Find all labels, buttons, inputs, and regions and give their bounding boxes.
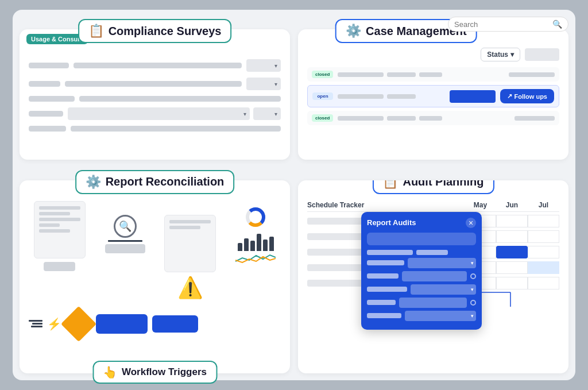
comp-bar: [71, 126, 281, 132]
flow-rect-2: [152, 315, 198, 333]
popup-dropdown[interactable]: [402, 271, 467, 281]
doc-line: [39, 206, 80, 210]
compliance-surveys-panel: Usage & Consum 📋 Compliance Surveys ▾ ▾: [20, 29, 290, 160]
month-jun: Jun: [496, 201, 528, 209]
search-icon: 🔍: [552, 20, 562, 29]
popup-dropdown[interactable]: ▾: [405, 311, 476, 321]
search-magnifier-icon: 🔍: [114, 215, 137, 238]
flow-rect-1: [96, 314, 148, 334]
month-jul: Jul: [528, 201, 559, 209]
search-input[interactable]: [454, 20, 552, 29]
compliance-rows: ▾ ▾ ▾ ▾: [29, 59, 281, 132]
popup-bar: [367, 273, 399, 279]
popup-connector-line: [479, 284, 513, 312]
sch-cell-light: [528, 261, 559, 274]
sch-cell: [528, 277, 559, 289]
comp-dropdown[interactable]: ▾: [246, 78, 281, 90]
case-filter-bar: [525, 48, 559, 61]
comp-row-2: ▾: [29, 78, 281, 90]
schedule-header: Schedule Tracker May Jun Jul: [307, 201, 559, 212]
status-label: Status: [487, 51, 508, 59]
follow-ups-label: Follow ups: [514, 93, 547, 100]
flow-line: [31, 326, 42, 327]
case-bar: [419, 116, 442, 121]
doc-line: [39, 212, 70, 215]
case-bar-right: [509, 72, 555, 77]
line-chart: [235, 253, 276, 264]
schedule-tracker-label: Schedule Tracker: [307, 201, 465, 209]
report-reconciliation-badge: ⚙️ Report Reconciliation: [75, 170, 235, 194]
popup-bar: [367, 260, 404, 265]
popup-row-3: [367, 271, 476, 281]
flow-line: [32, 323, 42, 325]
bar-chart: [238, 231, 274, 251]
popup-dropdown[interactable]: [399, 298, 467, 308]
doc-line: [169, 226, 200, 229]
popup-radio[interactable]: [470, 273, 476, 279]
case-dark-bar: [450, 90, 496, 103]
doc-line: [39, 218, 80, 221]
popup-close-button[interactable]: ×: [466, 218, 476, 228]
flow-lines: [29, 320, 42, 327]
popup-dropdown[interactable]: ▾: [411, 284, 476, 295]
doc-line: [39, 223, 60, 227]
doc-card-2: [164, 215, 216, 272]
case-bar-right: [514, 116, 555, 121]
status-filter[interactable]: Status ▾: [481, 48, 520, 61]
report-recon-icon: ⚙️: [86, 175, 101, 190]
compliance-surveys-title: Compliance Surveys: [109, 25, 222, 38]
bar: [244, 238, 249, 251]
comp-dropdown[interactable]: ▾: [68, 107, 250, 120]
comp-dropdown-sm[interactable]: ▾: [253, 107, 281, 120]
flow-line: [29, 320, 42, 322]
workflow-triggers-badge: 👆 Workflow Triggers: [92, 361, 217, 384]
comp-bar: [74, 63, 242, 68]
case-row-1: closed: [307, 67, 559, 82]
case-bar: [419, 72, 442, 77]
report-audits-title: Report Audits: [367, 218, 416, 227]
case-bar: [387, 116, 416, 121]
case-row-2: open ↗ Follow ups: [307, 85, 559, 107]
case-tag-2: open: [312, 92, 333, 100]
comp-bar: [29, 96, 75, 102]
sch-cell: [528, 246, 559, 258]
comp-dropdown[interactable]: ▾: [246, 59, 281, 72]
comp-bar: [29, 81, 60, 87]
report-audits-popup: Report Audits × ▾ ▾: [361, 212, 482, 330]
popup-row-2: ▾: [367, 258, 476, 268]
recon-content: 🔍 ⚠️: [29, 201, 281, 337]
sch-cell: [528, 215, 559, 227]
case-bars-2: [338, 94, 445, 99]
comp-bar: [29, 63, 69, 68]
docs-row: 🔍 ⚠️: [29, 201, 281, 300]
sch-cell: [496, 230, 528, 243]
main-container: 🔍 Usage & Consum 📋 Compliance Surveys ▾ …: [13, 10, 575, 380]
popup-radio[interactable]: [470, 300, 476, 306]
case-bar: [387, 72, 416, 77]
sch-cell-filled: [496, 246, 528, 258]
popup-bar: [416, 250, 448, 255]
popup-search-bar[interactable]: [367, 233, 476, 245]
comp-row-4: ▾ ▾: [29, 107, 281, 120]
popup-bar: [367, 313, 401, 318]
doc-line: [39, 229, 70, 233]
search-bar[interactable]: 🔍: [448, 17, 568, 32]
month-may: May: [465, 201, 496, 209]
case-bars-3: [338, 116, 510, 121]
comp-bar: [65, 81, 242, 87]
popup-dropdown[interactable]: ▾: [408, 258, 476, 268]
follow-ups-button[interactable]: ↗ Follow ups: [500, 89, 554, 103]
audit-planning-icon: 📋: [382, 180, 398, 190]
comp-bar: [29, 111, 63, 117]
case-tag-3: closed: [312, 114, 333, 122]
connector-line: [108, 240, 142, 242]
popup-bar: [367, 300, 396, 305]
report-reconciliation-panel: ⚙️ Report Reconciliation: [20, 180, 290, 374]
popup-row-1: [367, 250, 476, 255]
popup-header: Report Audits ×: [367, 218, 476, 228]
comp-row-5: [29, 126, 281, 132]
comp-bar: [79, 96, 281, 102]
case-rows: closed open ↗ Follow ups: [307, 67, 559, 125]
comp-row-3: [29, 96, 281, 102]
popup-bar: [367, 287, 407, 292]
